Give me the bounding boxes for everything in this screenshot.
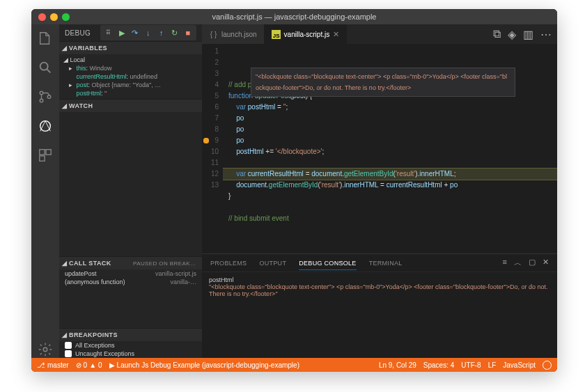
svg-rect-5 — [40, 150, 45, 155]
explorer-icon[interactable] — [37, 30, 54, 47]
window-title: vanilla-script.js — javascript-debugging… — [31, 13, 557, 21]
svg-point-0 — [40, 63, 48, 70]
more-actions-icon[interactable]: ⋯ — [540, 28, 552, 41]
git-branch[interactable]: ⎇master — [37, 361, 69, 369]
continue-icon[interactable]: ▶ — [116, 27, 127, 38]
scope-local[interactable]: ◢ Local — [59, 56, 202, 64]
breakpoint-row[interactable]: Uncaught Exceptions — [59, 350, 202, 358]
variable-row[interactable]: postHtml: " — [59, 89, 202, 97]
code-line[interactable]: var currentResultHtml = document.getElem… — [223, 168, 557, 180]
window-controls — [31, 13, 77, 21]
stop-icon[interactable]: ■ — [182, 27, 194, 38]
encoding-status[interactable]: UTF-8 — [461, 361, 481, 369]
code-line[interactable]: po — [223, 124, 557, 135]
minimize-window-button[interactable] — [50, 13, 58, 21]
checkbox-icon[interactable] — [65, 350, 72, 357]
console-var-name: postHtml — [209, 276, 550, 283]
code-line[interactable]: document.getElementById('result').innerH… — [223, 180, 557, 191]
checkbox-icon[interactable] — [65, 342, 72, 349]
code-line[interactable]: po — [223, 113, 557, 124]
search-icon[interactable] — [37, 59, 54, 76]
tab-actions: ⧉ ◈ ▥ ⋯ — [488, 24, 557, 44]
svg-point-4 — [40, 121, 51, 132]
extensions-icon[interactable] — [37, 147, 54, 164]
value-tooltip: "<blockquote class="blockquote text-cent… — [251, 68, 515, 97]
code-line[interactable] — [223, 202, 557, 213]
close-window-button[interactable] — [38, 13, 46, 21]
sidebar-header: DEBUG ⠿ ▶ ↷ ↓ ↑ ↻ ■ — [59, 24, 202, 41]
errors-status[interactable]: ⊘0 ▲0 — [76, 361, 102, 369]
variables-section: ◢VARIABLES ◢ Local ▸ this: Window curren… — [59, 41, 202, 99]
code-line[interactable]: po — [223, 135, 557, 146]
breakpoints-header[interactable]: ◢BREAKPOINTS — [59, 329, 202, 341]
variable-row[interactable]: ▸ this: Window — [59, 64, 202, 72]
code-line[interactable]: postHtml += '</blockquote>'; — [223, 146, 557, 157]
svg-point-3 — [47, 95, 51, 99]
collapse-icon[interactable]: ︿ — [514, 258, 522, 268]
panel-tab[interactable]: OUTPUT — [259, 260, 286, 267]
titlebar: vanilla-script.js — javascript-debugging… — [31, 9, 557, 24]
step-out-icon[interactable]: ↑ — [156, 27, 167, 38]
editor-group: { }launch.jsonJSvanilla-script.js✕ ⧉ ◈ ▥… — [202, 24, 557, 358]
breakpoints-section: ◢BREAKPOINTS All ExceptionsUncaught Exce… — [59, 328, 202, 358]
filter-icon[interactable]: ≡ — [503, 258, 507, 268]
open-preview-icon[interactable]: ◈ — [508, 28, 516, 41]
variables-header[interactable]: ◢VARIABLES — [59, 42, 202, 54]
sidebar-title: DEBUG — [65, 29, 91, 37]
panel-tab[interactable]: PROBLEMS — [210, 260, 247, 267]
gutter: 12345678910111213 — [202, 44, 223, 253]
variable-row[interactable]: ▸ post: Object {name: "Yoda", … — [59, 81, 202, 89]
activity-bar — [31, 24, 59, 358]
svg-point-2 — [40, 99, 43, 102]
close-panel-icon[interactable]: ✕ — [543, 258, 549, 268]
language-status[interactable]: JavaScript — [503, 361, 536, 369]
code-editor[interactable]: 12345678910111213 "<blockquote class="bl… — [202, 44, 557, 253]
watch-header[interactable]: ◢WATCH — [59, 100, 202, 112]
bottom-panel: PROBLEMSOUTPUTDEBUG CONSOLETERMINAL ≡ ︿ … — [202, 253, 557, 358]
debug-play-icon: ▶ — [109, 361, 115, 369]
code-line[interactable]: } — [223, 191, 557, 202]
code-line[interactable]: var postHtml = ''; — [223, 102, 557, 113]
step-over-icon[interactable]: ↷ — [130, 27, 141, 38]
eol-status[interactable]: LF — [488, 361, 497, 369]
editor-tab[interactable]: { }launch.json — [202, 24, 265, 44]
maximize-window-button[interactable] — [62, 13, 70, 21]
console-output: "<blockquote class="blockquote text-cent… — [209, 283, 550, 297]
workbench-body: DEBUG ⠿ ▶ ↷ ↓ ↑ ↻ ■ ◢VARIABLES ◢ Local ▸… — [31, 24, 557, 358]
callstack-row[interactable]: updatePostvanilla-script.js — [59, 269, 202, 278]
code-line[interactable]: // bind submit event — [223, 213, 557, 224]
debug-icon[interactable] — [37, 118, 54, 134]
js-file-icon: JS — [272, 30, 281, 39]
editor-tab[interactable]: JSvanilla-script.js✕ — [265, 24, 348, 44]
code-content[interactable]: "<blockquote class="blockquote text-cent… — [223, 44, 557, 253]
code-line[interactable] — [223, 157, 557, 168]
status-bar: ⎇master ⊘0 ▲0 ▶Launch Js Debug Example (… — [31, 358, 557, 372]
panel-tab[interactable]: TERMINAL — [369, 260, 403, 267]
callstack-header[interactable]: ◢CALL STACKPAUSED ON BREAKPOI… — [59, 257, 202, 269]
settings-file-icon: { } — [209, 30, 218, 39]
debug-launch-status[interactable]: ▶Launch Js Debug Example (javascript-deb… — [109, 361, 299, 369]
breakpoint-row[interactable]: All Exceptions — [59, 341, 202, 350]
cursor-position[interactable]: Ln 9, Col 29 — [379, 361, 416, 369]
split-editor-icon[interactable]: ▥ — [523, 28, 533, 41]
feedback-icon[interactable] — [543, 361, 552, 370]
debug-console-body[interactable]: postHtml "<blockquote class="blockquote … — [202, 272, 557, 358]
error-icon: ⊘ — [76, 361, 81, 369]
open-changes-icon[interactable]: ⧉ — [493, 28, 501, 40]
variable-row[interactable]: currentResultHtml: undefined — [59, 72, 202, 81]
restart-icon[interactable]: ↻ — [169, 27, 180, 38]
callstack-row[interactable]: (anonymous function)vanilla-… — [59, 278, 202, 286]
branch-icon: ⎇ — [37, 361, 45, 369]
debug-toolbar: ⠿ ▶ ↷ ↓ ↑ ↻ ■ — [100, 25, 196, 40]
settings-gear-icon[interactable] — [37, 341, 54, 358]
step-into-icon[interactable]: ↓ — [143, 27, 154, 38]
panel-tabs: PROBLEMSOUTPUTDEBUG CONSOLETERMINAL ≡ ︿ … — [202, 254, 557, 272]
close-tab-icon[interactable]: ✕ — [333, 30, 339, 39]
editor-tabs: { }launch.jsonJSvanilla-script.js✕ ⧉ ◈ ▥… — [202, 24, 557, 44]
svg-point-8 — [43, 347, 47, 352]
maximize-panel-icon[interactable]: ▢ — [529, 258, 536, 268]
indentation-status[interactable]: Spaces: 4 — [423, 361, 454, 369]
breakpoint-icon[interactable] — [203, 138, 209, 143]
panel-tab[interactable]: DEBUG CONSOLE — [299, 260, 356, 270]
source-control-icon[interactable] — [37, 88, 54, 105]
